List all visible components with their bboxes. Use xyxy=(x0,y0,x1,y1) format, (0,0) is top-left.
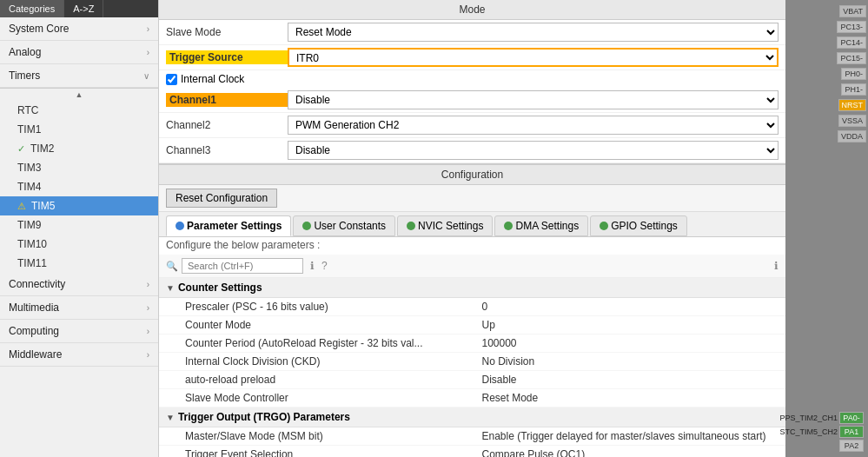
slave-mode-row: Slave Mode Reset Mode xyxy=(159,20,785,45)
pin-box-nrst: NRST xyxy=(838,99,867,111)
internal-clock-checkbox[interactable] xyxy=(166,74,177,85)
params-content: ▼ Counter Settings Prescaler (PSC - 16 b… xyxy=(159,278,785,457)
param-row-msm: Master/Slave Mode (MSM bit) Enable (Trig… xyxy=(159,427,785,446)
sidebar: Categories A->Z System Core › Analog › T… xyxy=(0,0,159,457)
reset-configuration-button[interactable]: Reset Configuration xyxy=(166,189,277,208)
tab-label: NVIC Settings xyxy=(418,220,483,232)
sidebar-item-timers[interactable]: Timers ∨ xyxy=(0,64,158,88)
channel1-label: Channel1 xyxy=(166,93,288,107)
param-name: Internal Clock Division (CKD) xyxy=(185,355,482,368)
configuration-title: Configuration xyxy=(159,164,785,185)
sidebar-item-tim3[interactable]: TIM3 xyxy=(0,158,158,177)
tab-nvic-settings[interactable]: NVIC Settings xyxy=(397,215,493,236)
sidebar-item-tim10[interactable]: TIM10 xyxy=(0,235,158,254)
tab-dma-settings[interactable]: DMA Settings xyxy=(494,215,588,236)
param-value: Enable (Trigger delayed for master/slave… xyxy=(482,430,779,442)
tab-dot-icon xyxy=(504,222,513,230)
pin-box-pc15: PC15- xyxy=(837,52,866,64)
channel3-label: Channel3 xyxy=(166,144,288,156)
bottom-pin-labels: PPS_TIM2_CH1 PA0- STC_TIM5_CH2 PA1 PA2 xyxy=(785,408,868,457)
sidebar-item-tim9[interactable]: TIM9 xyxy=(0,215,158,235)
tab-categories[interactable]: Categories xyxy=(0,0,64,17)
trigger-source-row: Trigger Source ITR0 xyxy=(159,45,785,70)
pin-box-ph1: PH1- xyxy=(841,83,866,96)
param-name: Master/Slave Mode (MSM bit) xyxy=(185,430,482,442)
info-icon: ℹ xyxy=(310,260,315,272)
param-name: Trigger Event Selection xyxy=(185,448,482,457)
tab-user-constants[interactable]: User Constants xyxy=(293,215,395,236)
param-row-prescaler: Prescaler (PSC - 16 bits value) 0 xyxy=(159,298,785,316)
param-value: Reset Mode xyxy=(482,392,779,404)
pin-box-pa1: PA1 xyxy=(839,426,864,438)
pin-pc14: PC14- xyxy=(785,35,868,50)
sidebar-item-rtc[interactable]: RTC xyxy=(0,101,158,120)
tab-dot-icon xyxy=(600,222,608,230)
pps-label: PPS_TIM2_CH1 xyxy=(779,414,838,422)
sidebar-item-system-core[interactable]: System Core › xyxy=(0,17,158,41)
sidebar-item-tim4[interactable]: TIM4 xyxy=(0,177,158,196)
mode-title: Mode xyxy=(159,0,785,20)
question-icon: ? xyxy=(321,260,328,272)
group-label: Counter Settings xyxy=(178,281,262,294)
channel2-select[interactable]: PWM Generation CH2 xyxy=(288,116,779,135)
param-value: 0 xyxy=(482,301,779,313)
channel2-label: Channel2 xyxy=(166,119,288,131)
search-input[interactable] xyxy=(182,258,303,274)
timers-submenu: ▲ RTC TIM1 TIM2 TIM3 TIM4 TIM5 TIM9 TIM1… xyxy=(0,88,158,273)
pin-box-vssa: VSSA xyxy=(838,115,866,127)
search-bar: 🔍 ℹ ? ℹ xyxy=(159,255,785,278)
sidebar-item-tim1[interactable]: TIM1 xyxy=(0,120,158,139)
trigger-source-select[interactable]: ITR0 xyxy=(288,48,779,67)
param-value: Compare Pulse (OC1) xyxy=(482,448,779,457)
config-toolbar: Reset Configuration xyxy=(159,185,785,212)
sidebar-item-tim5[interactable]: TIM5 xyxy=(0,196,158,215)
collapse-arrow: ▲ xyxy=(0,89,158,101)
sidebar-item-tim11[interactable]: TIM11 xyxy=(0,254,158,273)
param-row-ckd: Internal Clock Division (CKD) No Divisio… xyxy=(159,353,785,371)
param-row-autoreload: auto-reload preload Disable xyxy=(159,371,785,389)
sidebar-item-multimedia[interactable]: Multimedia › xyxy=(0,296,158,320)
pin-label-pa2: PA2 xyxy=(787,440,866,452)
channel3-select[interactable]: Disable xyxy=(288,141,779,160)
channel1-select[interactable]: Disable xyxy=(288,90,779,109)
tab-dot-icon xyxy=(176,222,184,230)
tab-parameter-settings[interactable]: Parameter Settings xyxy=(166,215,291,236)
param-row-counter-period: Counter Period (AutoReload Register - 32… xyxy=(159,334,785,353)
param-value: No Division xyxy=(482,355,779,368)
pin-label-pa0: PPS_TIM2_CH1 PA0- xyxy=(787,412,866,424)
search-icon: 🔍 xyxy=(166,261,178,272)
chevron-right-icon: › xyxy=(147,280,149,289)
slave-mode-select[interactable]: Reset Mode xyxy=(288,23,779,42)
sidebar-item-analog[interactable]: Analog › xyxy=(0,41,158,64)
chevron-right-icon: › xyxy=(147,303,149,313)
trigger-source-label: Trigger Source xyxy=(166,50,288,64)
internal-clock-row: Internal Clock xyxy=(159,70,785,88)
slave-mode-label: Slave Mode xyxy=(166,26,288,38)
pin-nrst: NRST xyxy=(785,97,868,113)
sidebar-item-computing[interactable]: Computing › xyxy=(0,320,158,343)
chevron-right-icon: › xyxy=(147,350,149,360)
sidebar-item-tim2[interactable]: TIM2 xyxy=(0,139,158,158)
pin-box-pc13: PC13- xyxy=(837,21,866,33)
pin-vbat: VBAT xyxy=(785,3,868,19)
counter-settings-group[interactable]: ▼ Counter Settings xyxy=(159,278,785,298)
pin-box-pa0: PA0- xyxy=(839,412,864,424)
pin-pc15: PC15- xyxy=(785,50,868,66)
pin-vdda: VDDA xyxy=(785,129,868,144)
sidebar-item-middleware[interactable]: Middleware › xyxy=(0,343,158,367)
param-name: auto-reload preload xyxy=(185,374,482,386)
tab-gpio-settings[interactable]: GPIO Settings xyxy=(590,215,687,236)
param-row-trigger-event: Trigger Event Selection Compare Pulse (O… xyxy=(159,446,785,457)
tab-dot-icon xyxy=(407,222,415,230)
pin-box-pa2: PA2 xyxy=(839,440,864,452)
tab-az[interactable]: A->Z xyxy=(64,0,103,17)
param-row-counter-mode: Counter Mode Up xyxy=(159,316,785,334)
configure-info-label: Configure the below parameters : xyxy=(159,237,785,255)
param-name: Prescaler (PSC - 16 bits value) xyxy=(185,301,482,313)
info-icon2: ℹ xyxy=(774,260,779,272)
pin-pc13: PC13- xyxy=(785,19,868,35)
param-value: 100000 xyxy=(482,337,779,349)
tab-label: DMA Settings xyxy=(515,220,579,232)
trgo-group[interactable]: ▼ Trigger Output (TRGO) Parameters xyxy=(159,407,785,427)
sidebar-item-connectivity[interactable]: Connectivity › xyxy=(0,273,158,296)
